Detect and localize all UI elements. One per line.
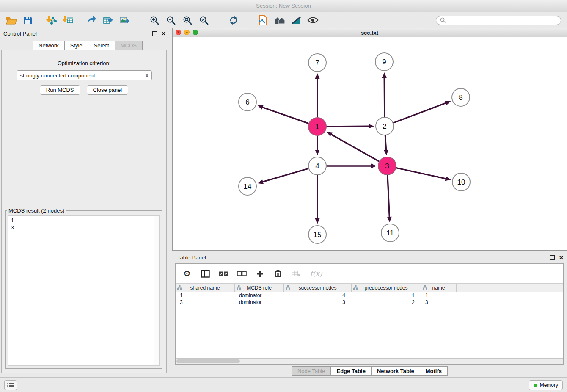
control-panel-close-button[interactable]: ✕ — [161, 31, 166, 36]
node-6[interactable]: 6 — [239, 93, 256, 111]
table-settings-button[interactable]: ⚙ — [182, 268, 193, 279]
create-column-button[interactable] — [254, 268, 265, 279]
edge-3-to-11[interactable] — [387, 175, 392, 222]
edge-2-to-8[interactable] — [394, 101, 451, 123]
memory-button[interactable]: Memory — [529, 380, 563, 390]
edge-1-to-6[interactable] — [258, 105, 309, 123]
mcds-result-scrollbar[interactable] — [154, 216, 159, 365]
save-session-button[interactable] — [21, 14, 35, 27]
table-panel-close-button[interactable]: ✕ — [559, 255, 564, 260]
node-15[interactable]: 15 — [308, 226, 326, 243]
tab-network[interactable]: Network — [33, 41, 64, 50]
table-panel-float-button[interactable] — [550, 255, 555, 260]
edge-3-to-1[interactable] — [327, 132, 379, 161]
tab-network-table[interactable]: Network Table — [371, 367, 420, 375]
zoom-in-button[interactable] — [147, 14, 162, 27]
import-network-button[interactable] — [44, 14, 59, 27]
edge-2-to-3[interactable] — [384, 135, 388, 155]
node-14[interactable]: 14 — [239, 177, 256, 195]
node-10[interactable]: 10 — [452, 173, 470, 191]
node-2[interactable]: 2 — [376, 117, 394, 135]
node-8[interactable]: 8 — [452, 88, 470, 106]
table-row[interactable]: 3dominator323 — [176, 299, 563, 306]
export-image-button[interactable] — [118, 14, 132, 27]
edge-1-to-7[interactable] — [315, 73, 320, 117]
show-details-button[interactable] — [306, 14, 320, 27]
network-canvas[interactable]: 7968124314101511 — [173, 37, 567, 250]
memory-status-icon — [534, 384, 537, 387]
home-button[interactable] — [272, 14, 287, 27]
table-cell[interactable]: 3 — [176, 299, 235, 306]
node-3[interactable]: 3 — [378, 157, 396, 175]
table-cell[interactable]: 3 — [284, 299, 352, 306]
close-panel-button[interactable]: Close panel — [87, 85, 129, 95]
edge-4-to-14[interactable] — [258, 168, 308, 184]
network-file-button[interactable] — [256, 14, 270, 27]
maximize-window-button[interactable]: + — [193, 30, 198, 35]
svg-text:6: 6 — [245, 98, 249, 106]
table-cell[interactable]: 4 — [284, 292, 352, 299]
apply-layout-button[interactable] — [226, 14, 241, 27]
table-cell[interactable]: dominator — [235, 299, 284, 306]
table-cell[interactable]: dominator — [235, 292, 284, 299]
zoom-selected-button[interactable] — [197, 14, 211, 27]
tab-motifs[interactable]: Motifs — [420, 367, 447, 375]
network-graph[interactable]: 7968124314101511 — [173, 37, 567, 250]
analyzer-button[interactable] — [289, 14, 303, 27]
node-1[interactable]: 1 — [308, 118, 326, 135]
edge-4-to-3[interactable] — [327, 164, 377, 168]
table-cell[interactable]: 1 — [421, 292, 457, 299]
run-mcds-button[interactable]: Run MCDS — [40, 85, 80, 95]
column-header-successor-nodes[interactable]: successor nodes — [284, 284, 352, 292]
edge-3-to-10[interactable] — [396, 168, 451, 181]
svg-text:3: 3 — [385, 162, 389, 170]
table-cell[interactable]: 2 — [352, 299, 421, 306]
column-header-shared-name[interactable]: shared name — [176, 284, 235, 292]
scrollbar-thumb[interactable] — [176, 359, 240, 363]
edge-1-to-2[interactable] — [327, 124, 374, 129]
apply-layout-icon — [228, 15, 239, 25]
edge-1-to-4[interactable] — [315, 136, 320, 155]
delete-table-button[interactable] — [291, 268, 302, 279]
table-cell[interactable]: 1 — [352, 292, 421, 299]
export-network-button[interactable] — [85, 14, 99, 27]
function-builder-button[interactable]: f(x) — [309, 268, 323, 279]
task-history-button[interactable] — [4, 380, 17, 390]
tab-node-table[interactable]: Node Table — [292, 367, 331, 375]
network-window-titlebar[interactable]: ✕ − + scc.txt — [173, 28, 567, 37]
column-header-predecessor-nodes[interactable]: predecessor nodes — [352, 284, 421, 292]
minimize-window-button[interactable]: − — [184, 30, 190, 35]
optimization-criterion-select[interactable]: strongly connected component ▲▼ — [17, 70, 152, 80]
node-9[interactable]: 9 — [375, 53, 393, 71]
open-session-button[interactable] — [4, 14, 19, 27]
edge-4-to-15[interactable] — [315, 175, 320, 224]
show-columns-button[interactable] — [200, 268, 211, 279]
column-header-mcds-role[interactable]: MCDS role — [235, 284, 284, 292]
table-horizontal-scrollbar[interactable] — [176, 358, 563, 364]
table-row[interactable]: 1dominator411 — [176, 292, 563, 299]
control-panel-float-button[interactable] — [152, 31, 157, 36]
tab-select[interactable]: Select — [88, 41, 115, 50]
close-window-button[interactable]: ✕ — [176, 30, 181, 35]
edge-2-to-9[interactable] — [382, 72, 387, 117]
node-4[interactable]: 4 — [308, 157, 326, 175]
column-header-name[interactable]: name — [421, 284, 457, 292]
search-input[interactable] — [448, 17, 557, 24]
search-icon — [440, 17, 446, 23]
delete-column-button[interactable] — [272, 268, 284, 279]
tab-edge-table[interactable]: Edge Table — [330, 367, 371, 375]
zoom-fit-button[interactable] — [180, 14, 195, 27]
table-cell[interactable]: 1 — [176, 292, 235, 299]
node-11[interactable]: 11 — [381, 224, 399, 242]
select-all-columns-button[interactable] — [218, 268, 229, 279]
import-table-button[interactable] — [61, 14, 75, 27]
search-field[interactable] — [436, 16, 561, 25]
tab-mcds[interactable]: MCDS — [115, 41, 142, 50]
zoom-out-button[interactable] — [164, 14, 178, 27]
mcds-result-box[interactable]: 1 3 — [8, 215, 160, 366]
node-7[interactable]: 7 — [308, 54, 326, 72]
tab-style[interactable]: Style — [64, 41, 88, 50]
deselect-all-columns-button[interactable] — [236, 268, 247, 279]
export-table-button[interactable] — [101, 14, 116, 27]
table-cell[interactable]: 3 — [421, 299, 457, 306]
